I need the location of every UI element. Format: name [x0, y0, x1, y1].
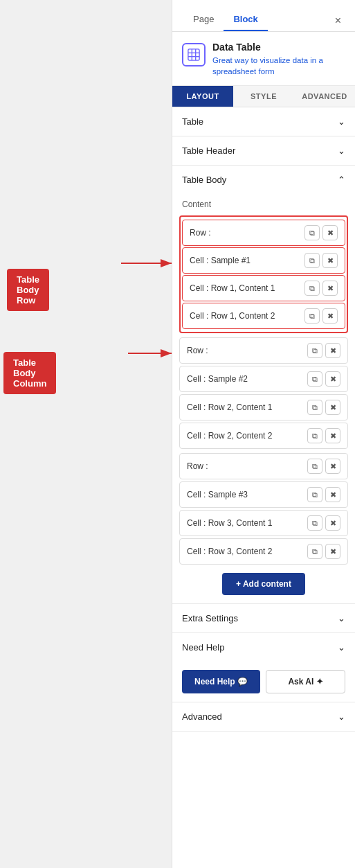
- table-section-label: Table: [182, 116, 203, 127]
- cell-1-content2-delete-btn[interactable]: ✖: [322, 308, 338, 324]
- need-help-section-label: Need Help: [182, 642, 224, 653]
- advanced-chevron-icon: ⌄: [338, 711, 345, 722]
- row-2-delete-btn[interactable]: ✖: [325, 343, 340, 358]
- advanced-section-header[interactable]: Advanced ⌄: [172, 702, 355, 731]
- cell-2-sample-copy-btn[interactable]: ⧉: [307, 371, 322, 387]
- cell-3-sample-delete-btn[interactable]: ✖: [325, 487, 340, 502]
- cell-1-content2-label: Cell : Row 1, Content 2: [190, 311, 304, 321]
- row-1-actions: ⧉ ✖: [304, 225, 338, 240]
- table-header-chevron-icon: ⌄: [338, 145, 345, 156]
- cell-1-sample-delete-btn[interactable]: ✖: [322, 253, 338, 268]
- advanced-section: Advanced ⌄: [172, 702, 355, 732]
- cell-2-content1-item: Cell : Row 2, Content 1 ⧉ ✖: [179, 394, 348, 420]
- table-section: Table ⌄: [172, 107, 355, 136]
- cell-1-content1-label: Cell : Row 1, Content 1: [190, 283, 304, 293]
- cell-3-sample-item: Cell : Sample #3 ⧉ ✖: [179, 481, 348, 508]
- table-header-section-label: Table Header: [182, 145, 235, 156]
- cell-1-content2-item: Cell : Row 1, Content 2 ⧉ ✖: [182, 303, 345, 329]
- cell-3-content1-actions: ⧉ ✖: [307, 515, 340, 531]
- cell-2-content2-item: Cell : Row 2, Content 2 ⧉ ✖: [179, 423, 348, 449]
- tab-page[interactable]: Page: [183, 10, 224, 31]
- need-help-section-header[interactable]: Need Help ⌄: [172, 633, 355, 662]
- block-description: Great way to visualize data in a spreads…: [212, 55, 345, 77]
- close-button[interactable]: ×: [332, 12, 344, 30]
- row-3-delete-btn[interactable]: ✖: [325, 459, 340, 474]
- table-body-section-header[interactable]: Table Body ⌃: [172, 166, 355, 194]
- cell-3-content1-label: Cell : Row 3, Content 1: [187, 518, 307, 528]
- table-header-section: Table Header ⌄: [172, 136, 355, 166]
- cell-1-content2-actions: ⧉ ✖: [304, 308, 338, 324]
- cell-2-content2-copy-btn[interactable]: ⧉: [307, 428, 322, 443]
- cell-1-content1-actions: ⧉ ✖: [304, 281, 338, 296]
- cell-2-content2-actions: ⧉ ✖: [307, 428, 340, 443]
- cell-2-content1-delete-btn[interactable]: ✖: [325, 400, 340, 415]
- table-body-section: Table Body ⌃ Content Row : ⧉ ✖ Cell : Sa…: [172, 166, 355, 604]
- need-help-button-label: Need Help 💬: [194, 677, 248, 687]
- table-section-header[interactable]: Table ⌄: [172, 107, 355, 136]
- cell-3-sample-copy-btn[interactable]: ⧉: [307, 487, 322, 502]
- cell-3-content1-item: Cell : Row 3, Content 1 ⧉ ✖: [179, 510, 348, 536]
- block-info: Data Table Great way to visualize data i…: [212, 42, 345, 77]
- cell-2-sample-actions: ⧉ ✖: [307, 371, 340, 387]
- block-title: Data Table: [212, 42, 345, 53]
- cell-1-content1-copy-btn[interactable]: ⧉: [304, 281, 320, 296]
- table-body-section-label: Table Body: [182, 175, 226, 185]
- svg-rect-4: [188, 49, 199, 60]
- tab-block[interactable]: Block: [224, 10, 267, 31]
- cell-2-content2-label: Cell : Row 2, Content 2: [187, 431, 307, 441]
- cell-2-content2-delete-btn[interactable]: ✖: [325, 428, 340, 443]
- block-header: Data Table Great way to visualize data i…: [172, 32, 355, 86]
- cell-3-sample-actions: ⧉ ✖: [307, 487, 340, 502]
- cell-1-sample-item: Cell : Sample #1 ⧉ ✖: [182, 247, 345, 274]
- cell-1-sample-label: Cell : Sample #1: [190, 256, 304, 265]
- extra-settings-header[interactable]: Extra Settings ⌄: [172, 604, 355, 632]
- advanced-section-label: Advanced: [182, 711, 222, 722]
- cell-1-content1-item: Cell : Row 1, Content 1 ⧉ ✖: [182, 275, 345, 301]
- sub-tab-layout[interactable]: LAYOUT: [172, 86, 233, 107]
- cell-2-content1-actions: ⧉ ✖: [307, 400, 340, 415]
- cell-3-content2-item: Cell : Row 3, Content 2 ⧉ ✖: [179, 538, 348, 565]
- cell-1-content1-delete-btn[interactable]: ✖: [322, 281, 338, 296]
- cell-3-sample-label: Cell : Sample #3: [187, 490, 307, 499]
- cell-2-sample-label: Cell : Sample #2: [187, 374, 307, 384]
- cell-1-content2-copy-btn[interactable]: ⧉: [304, 308, 320, 324]
- row-2-item: Row : ⧉ ✖: [179, 337, 348, 364]
- left-panel: Table Body Row Table Body Column: [0, 0, 172, 868]
- sub-tab-style[interactable]: STYLE: [233, 86, 294, 107]
- need-help-section: Need Help ⌄ Need Help 💬 Ask AI ✦: [172, 633, 355, 702]
- data-table-icon: [182, 43, 206, 67]
- add-content-button[interactable]: + Add content: [222, 573, 305, 595]
- sub-tab-advanced[interactable]: ADVANCED: [294, 86, 355, 107]
- row-1-copy-btn[interactable]: ⧉: [304, 225, 320, 240]
- cell-3-content2-label: Cell : Row 3, Content 2: [187, 547, 307, 556]
- row-3-actions: ⧉ ✖: [307, 459, 340, 474]
- row-3-item: Row : ⧉ ✖: [179, 453, 348, 479]
- row-1-label: Row :: [190, 228, 304, 238]
- table-header-section-header[interactable]: Table Header ⌄: [172, 136, 355, 165]
- table-body-row-arrow: [0, 249, 187, 291]
- ask-ai-button[interactable]: Ask AI ✦: [266, 670, 345, 693]
- extra-settings-section: Extra Settings ⌄: [172, 604, 355, 633]
- right-panel: Page Block × Data Table Great way to vis…: [172, 0, 355, 868]
- bottom-buttons: Need Help 💬 Ask AI ✦: [172, 662, 355, 702]
- row-2-actions: ⧉ ✖: [307, 343, 340, 358]
- row-3-copy-btn[interactable]: ⧉: [307, 459, 322, 474]
- cell-2-sample-item: Cell : Sample #2 ⧉ ✖: [179, 366, 348, 392]
- cell-3-content2-delete-btn[interactable]: ✖: [325, 544, 340, 559]
- tabs-header: Page Block ×: [172, 0, 355, 32]
- row-1-item: Row : ⧉ ✖: [182, 220, 345, 246]
- cell-3-content1-copy-btn[interactable]: ⧉: [307, 515, 322, 531]
- need-help-button[interactable]: Need Help 💬: [182, 670, 260, 693]
- row-2-copy-btn[interactable]: ⧉: [307, 343, 322, 358]
- need-help-chevron-icon: ⌄: [338, 642, 345, 653]
- cell-1-sample-actions: ⧉ ✖: [304, 253, 338, 268]
- ask-ai-button-label: Ask AI ✦: [288, 677, 322, 687]
- row-1-delete-btn[interactable]: ✖: [322, 225, 338, 240]
- cell-1-sample-copy-btn[interactable]: ⧉: [304, 253, 320, 268]
- cell-3-content2-copy-btn[interactable]: ⧉: [307, 544, 322, 559]
- cell-3-content1-delete-btn[interactable]: ✖: [325, 515, 340, 531]
- cell-2-content1-copy-btn[interactable]: ⧉: [307, 400, 322, 415]
- table-chevron-icon: ⌄: [338, 116, 345, 127]
- cell-2-sample-delete-btn[interactable]: ✖: [325, 371, 340, 387]
- content-label: Content: [172, 194, 355, 213]
